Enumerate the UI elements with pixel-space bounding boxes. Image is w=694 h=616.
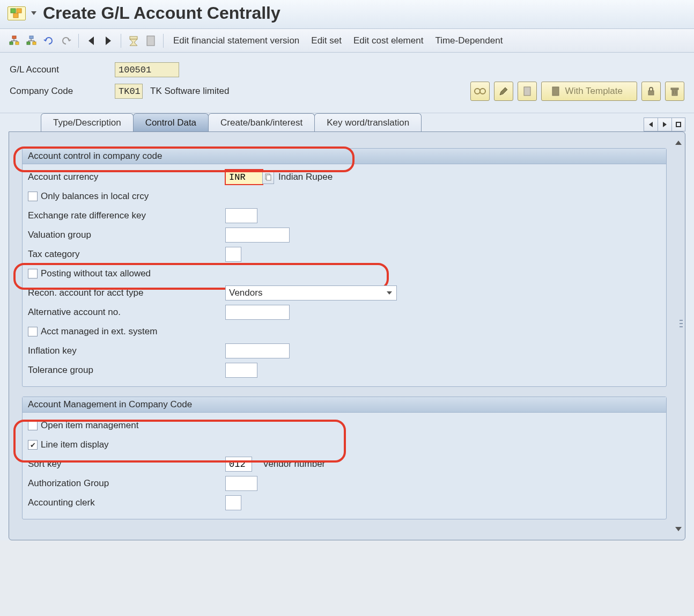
alt-account-input[interactable] [225, 305, 290, 320]
display-button[interactable] [470, 82, 490, 101]
posting-without-tax-label: Posting without tax allowed [41, 268, 151, 279]
svg-rect-19 [147, 36, 154, 46]
open-item-checkbox[interactable] [28, 421, 38, 430]
tab-scroll-left-icon[interactable] [644, 118, 658, 131]
header-actions: With Template [470, 82, 684, 101]
tab-panel: Account control in company code Account … [9, 131, 685, 540]
recon-account-select[interactable]: Vendors [225, 285, 397, 300]
gl-account-input[interactable]: 100501 [115, 62, 179, 77]
svg-rect-12 [33, 42, 36, 45]
tab-keyword-translation[interactable]: Key word/translation [314, 113, 422, 131]
alt-account-label: Alternative account no. [28, 307, 225, 318]
posting-without-tax-checkbox[interactable] [28, 269, 38, 278]
loop-icon[interactable] [42, 34, 56, 48]
toolbar-separator [121, 34, 121, 48]
svg-rect-28 [671, 88, 678, 90]
recon-label: Recon. account for acct type [28, 288, 225, 298]
title-dropdown-icon[interactable] [31, 11, 36, 15]
tab-strip: Type/Description Control Data Create/ban… [9, 113, 685, 131]
inflation-key-input[interactable] [225, 343, 290, 358]
edit-button[interactable] [494, 82, 513, 101]
sort-key-desc: Vendor number [263, 459, 325, 470]
svg-rect-2 [13, 13, 18, 18]
tab-scroll-nav [644, 118, 685, 131]
auth-group-input[interactable] [225, 476, 257, 491]
undo-icon[interactable] [59, 34, 73, 48]
exch-rate-input[interactable] [225, 208, 257, 223]
inflation-key-label: Inflation key [28, 346, 225, 356]
svg-point-21 [480, 89, 485, 94]
svg-rect-4 [10, 42, 13, 45]
account-currency-desc: Indian Rupee [278, 172, 333, 182]
svg-rect-27 [672, 89, 677, 96]
lock-button[interactable] [641, 82, 661, 101]
svg-marker-23 [500, 87, 507, 95]
company-code-input[interactable]: TK01 [115, 84, 143, 99]
tab-scroll-right-icon[interactable] [658, 118, 671, 131]
acct-ext-label: Acct managed in ext. system [41, 326, 157, 337]
acct-ext-checkbox[interactable] [28, 327, 38, 336]
valuation-group-label: Valuation group [28, 230, 225, 240]
tax-category-label: Tax category [28, 249, 225, 260]
company-name: TK Software limited [150, 86, 229, 97]
account-currency-input[interactable] [225, 170, 263, 185]
svg-rect-24 [524, 87, 530, 96]
toolbar-separator [78, 34, 79, 48]
account-currency-label: Account currency [28, 172, 225, 182]
acct-clerk-input[interactable] [225, 495, 241, 510]
screen-options-icon[interactable] [8, 6, 26, 20]
sort-key-input[interactable] [225, 457, 252, 472]
svg-rect-11 [27, 42, 30, 45]
header-form: G/L Account 100501 Company Code TK01 TK … [0, 53, 694, 113]
svg-rect-3 [12, 36, 16, 39]
exch-rate-label: Exchange rate difference key [28, 210, 225, 221]
time-icon[interactable] [127, 34, 141, 48]
toolbar-separator [163, 34, 164, 48]
svg-rect-5 [16, 42, 19, 45]
svg-rect-26 [648, 91, 654, 95]
toolbar-edit-fs[interactable]: Edit financial statement version [169, 35, 304, 46]
toolbar-edit-set[interactable]: Edit set [307, 35, 346, 46]
svg-rect-25 [552, 87, 559, 96]
delete-button[interactable] [665, 82, 684, 101]
only-balances-checkbox[interactable] [28, 192, 38, 201]
gl-account-label: G/L Account [10, 64, 115, 75]
group-title: Account Management in Company Code [23, 397, 666, 413]
tab-type-description[interactable]: Type/Description [41, 113, 134, 131]
svg-rect-32 [267, 175, 271, 180]
open-item-label: Open item management [41, 420, 138, 431]
svg-rect-1 [17, 9, 21, 13]
tab-create-bank-interest[interactable]: Create/bank/interest [208, 113, 315, 131]
sort-key-label: Sort key [28, 459, 225, 470]
group-account-management: Account Management in Company Code Open … [22, 397, 667, 519]
chevron-down-icon [387, 291, 392, 295]
svg-rect-17 [130, 36, 137, 39]
hierarchy2-icon[interactable] [25, 34, 39, 48]
auth-group-label: Authorization Group [28, 478, 225, 489]
line-item-label: Line item display [41, 439, 109, 450]
tab-overview-icon[interactable] [671, 118, 685, 131]
acct-clerk-label: Accounting clerk [28, 497, 225, 508]
prev-icon[interactable] [84, 34, 98, 48]
tolerance-group-input[interactable] [225, 363, 257, 378]
tolerance-group-label: Tolerance group [28, 365, 225, 376]
tab-control-data[interactable]: Control Data [133, 113, 209, 131]
application-toolbar: Edit financial statement version Edit se… [0, 29, 694, 53]
with-template-label: With Template [565, 86, 623, 97]
next-icon[interactable] [101, 34, 115, 48]
document-icon[interactable] [144, 34, 158, 48]
new-document-button[interactable] [518, 82, 537, 101]
toolbar-time-dep[interactable]: Time-Dependent [431, 35, 507, 46]
hierarchy-icon[interactable] [8, 34, 21, 48]
f4-help-icon[interactable] [262, 170, 274, 184]
valuation-group-input[interactable] [225, 228, 290, 243]
svg-rect-10 [29, 36, 33, 39]
title-bar: Create G/L Account Centrally [0, 0, 694, 29]
group-title: Account control in company code [23, 149, 666, 164]
line-item-checkbox[interactable] [28, 440, 38, 450]
svg-rect-0 [11, 9, 16, 13]
tax-category-input[interactable] [225, 247, 241, 262]
with-template-button[interactable]: With Template [541, 82, 637, 101]
toolbar-edit-cost[interactable]: Edit cost element [349, 35, 427, 46]
recon-account-value: Vendors [229, 288, 262, 298]
